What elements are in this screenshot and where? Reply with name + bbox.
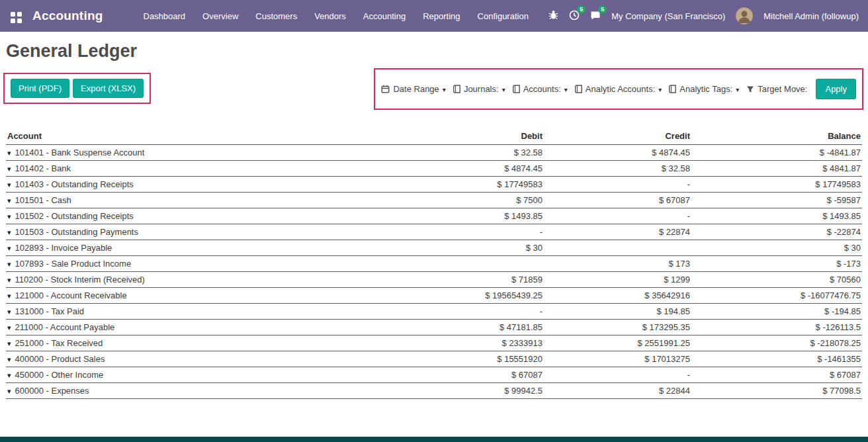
account-name: 101503 - Outstanding Payments bbox=[15, 227, 138, 237]
account-name: 107893 - Sale Product Income bbox=[15, 259, 132, 269]
table-row[interactable]: 101502 - Outstanding Receipts $ 1493.85 … bbox=[6, 208, 862, 224]
filter-label: Date Range bbox=[393, 84, 439, 94]
filters-annotation-box: Date Range Journals: Accounts: bbox=[374, 68, 863, 110]
credit-value: - bbox=[544, 367, 691, 383]
apps-menu-button[interactable] bbox=[7, 5, 26, 27]
table-row[interactable]: 102893 - Invoice Payable $ 30 $ 30 bbox=[6, 240, 862, 256]
table-row[interactable]: 101401 - Bank Suspense Account $ 32.58 $… bbox=[6, 145, 862, 161]
table-row[interactable]: 600000 - Expenses $ 99942.5 $ 22844 $ 77… bbox=[6, 383, 862, 399]
balance-value: $ -22874 bbox=[691, 224, 862, 240]
table-row[interactable]: 101403 - Outstanding Receipts $ 17749583… bbox=[6, 177, 862, 193]
table-row[interactable]: 107893 - Sale Product Income $ 173 $ -17… bbox=[6, 256, 862, 272]
credit-value: $ 173 bbox=[544, 256, 691, 272]
credit-value: $ 67087 bbox=[544, 193, 691, 208]
expand-caret-icon[interactable] bbox=[7, 195, 11, 205]
nav-item-reporting[interactable]: Reporting bbox=[414, 1, 468, 31]
chevron-down-icon bbox=[564, 84, 568, 94]
column-header-balance: Balance bbox=[691, 128, 862, 145]
credit-value: - bbox=[544, 208, 691, 224]
credit-value: $ 35642916 bbox=[544, 288, 691, 304]
expand-caret-icon[interactable] bbox=[7, 290, 11, 300]
column-header-debit: Debit bbox=[345, 128, 544, 145]
table-row[interactable]: 251000 - Tax Received $ 2333913 $ 255199… bbox=[6, 335, 862, 351]
debit-value: $ 17749583 bbox=[345, 177, 544, 193]
table-row[interactable]: 121000 - Account Receivable $ 19565439.2… bbox=[6, 288, 862, 304]
debit-value: $ 19565439.25 bbox=[345, 288, 544, 304]
table-row[interactable]: 400000 - Product Sales $ 15551920 $ 1701… bbox=[6, 351, 862, 367]
expand-caret-icon[interactable] bbox=[7, 227, 11, 237]
avatar[interactable] bbox=[736, 7, 753, 24]
table-row[interactable]: 101402 - Bank $ 4874.45 $ 32.58 $ 4841.8… bbox=[6, 161, 862, 177]
balance-value: $ -1461355 bbox=[691, 351, 862, 367]
expand-caret-icon[interactable] bbox=[7, 338, 11, 348]
export-buttons-annotation-box: Print (PDF) Export (XLSX) bbox=[3, 73, 151, 104]
balance-value: $ 4841.87 bbox=[691, 161, 862, 177]
expand-caret-icon[interactable] bbox=[7, 259, 11, 269]
print-pdf-button[interactable]: Print (PDF) bbox=[11, 79, 69, 98]
debit-value: $ 1493.85 bbox=[345, 208, 544, 224]
filter-label: Analytic Tags: bbox=[679, 84, 732, 94]
account-name: 450000 - Other Income bbox=[15, 370, 104, 380]
debit-value: $ 4874.45 bbox=[345, 161, 544, 177]
apply-button[interactable]: Apply bbox=[816, 79, 856, 99]
debit-value: - bbox=[345, 304, 544, 320]
filter-label: Target Move: bbox=[758, 84, 807, 94]
export-xlsx-button[interactable]: Export (XLSX) bbox=[73, 79, 144, 98]
credit-value: $ 173295.35 bbox=[544, 320, 691, 335]
expand-caret-icon[interactable] bbox=[7, 148, 11, 157]
chevron-down-icon bbox=[736, 84, 739, 94]
expand-caret-icon[interactable] bbox=[7, 211, 11, 221]
company-menu[interactable]: My Company (San Francisco) bbox=[611, 11, 725, 21]
credit-value: $ 194.85 bbox=[544, 304, 691, 320]
credit-value: $ 1299 bbox=[544, 272, 691, 288]
nav-item-overview[interactable]: Overview bbox=[194, 1, 247, 31]
table-row[interactable]: 450000 - Other Income $ 67087 - $ 67087 bbox=[6, 367, 862, 383]
filter-analytic-tags[interactable]: Analytic Tags: bbox=[669, 84, 739, 94]
filter-analytic-accounts[interactable]: Analytic Accounts: bbox=[575, 84, 662, 94]
nav-item-accounting[interactable]: Accounting bbox=[355, 1, 414, 31]
expand-caret-icon[interactable] bbox=[7, 386, 11, 396]
expand-caret-icon[interactable] bbox=[7, 243, 11, 253]
table-row[interactable]: 131000 - Tax Paid - $ 194.85 $ -194.85 bbox=[6, 304, 862, 320]
column-header-account: Account bbox=[6, 128, 345, 145]
table-row[interactable]: 110200 - Stock Interim (Received) $ 7185… bbox=[6, 272, 862, 288]
account-name: 101403 - Outstanding Receipts bbox=[15, 179, 134, 189]
balance-value: $ 67087 bbox=[691, 367, 862, 383]
account-name: 251000 - Tax Received bbox=[15, 338, 103, 348]
user-menu[interactable]: Mitchell Admin (followup) bbox=[763, 11, 859, 21]
expand-caret-icon[interactable] bbox=[7, 306, 11, 316]
nav-item-vendors[interactable]: Vendors bbox=[306, 1, 355, 31]
account-name: 102893 - Invoice Payable bbox=[15, 243, 112, 253]
balance-value: $ -173 bbox=[691, 256, 862, 272]
expand-caret-icon[interactable] bbox=[7, 370, 11, 380]
credit-value: - bbox=[544, 177, 691, 193]
balance-value: $ -59587 bbox=[691, 193, 862, 208]
table-row[interactable]: 211000 - Account Payable $ 47181.85 $ 17… bbox=[6, 320, 862, 335]
debug-button[interactable] bbox=[548, 10, 558, 22]
credit-value: $ 2551991.25 bbox=[544, 335, 691, 351]
table-row[interactable]: 101501 - Cash $ 7500 $ 67087 $ -59587 bbox=[6, 193, 862, 208]
filter-journals[interactable]: Journals: bbox=[453, 84, 505, 94]
credit-value: $ 4874.45 bbox=[544, 145, 691, 161]
expand-caret-icon[interactable] bbox=[7, 275, 11, 285]
nav-item-customers[interactable]: Customers bbox=[247, 1, 306, 31]
debit-value: $ 2333913 bbox=[345, 335, 544, 351]
expand-caret-icon[interactable] bbox=[7, 354, 11, 364]
table-row[interactable]: 101503 - Outstanding Payments - $ 22874 … bbox=[6, 224, 862, 240]
filter-date-range[interactable]: Date Range bbox=[381, 84, 445, 94]
expand-caret-icon[interactable] bbox=[7, 163, 11, 173]
general-ledger-table: Account Debit Credit Balance 101401 - Ba… bbox=[6, 128, 862, 399]
nav-item-dashboard[interactable]: Dashboard bbox=[135, 1, 195, 31]
filter-target-move[interactable]: Target Move: bbox=[746, 84, 807, 94]
messages-button[interactable]: 5 bbox=[590, 10, 601, 22]
nav-item-configuration[interactable]: Configuration bbox=[469, 1, 537, 31]
activities-button[interactable]: 5 bbox=[569, 10, 580, 22]
expand-caret-icon[interactable] bbox=[7, 322, 11, 332]
top-navbar: Accounting Dashboard Overview Customers … bbox=[0, 0, 868, 32]
balance-value: $ -126113.5 bbox=[691, 320, 862, 335]
debit-value: $ 7500 bbox=[345, 193, 544, 208]
expand-caret-icon[interactable] bbox=[7, 179, 11, 189]
account-name: 110200 - Stock Interim (Received) bbox=[15, 275, 145, 285]
filter-accounts[interactable]: Accounts: bbox=[513, 84, 568, 94]
credit-value: $ 32.58 bbox=[544, 161, 691, 177]
